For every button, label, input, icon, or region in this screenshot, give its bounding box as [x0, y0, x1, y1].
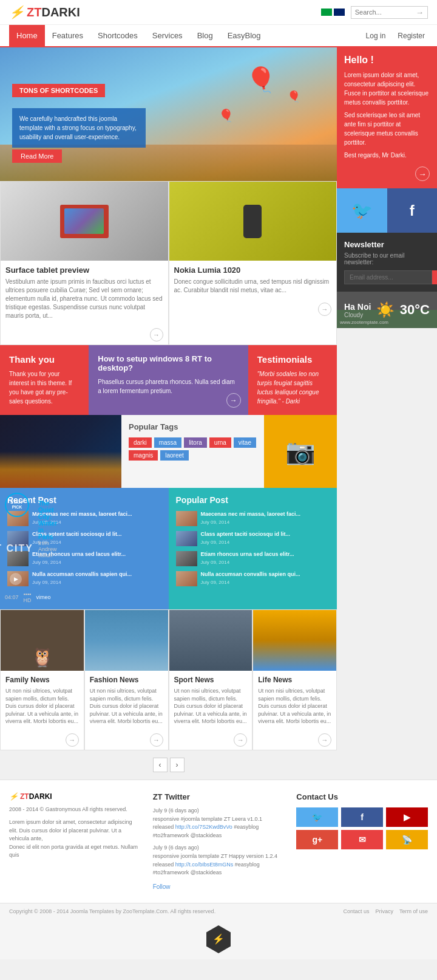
tag-darki[interactable]: darki	[129, 437, 152, 448]
nav-item-services[interactable]: Services	[145, 25, 190, 46]
nav-item-shortcodes[interactable]: Shortcodes	[90, 25, 145, 46]
hero-readmore-button[interactable]: Read More	[12, 149, 62, 163]
weather-condition: Cloudy	[344, 312, 371, 318]
windows-title: How to setup windows 8 RT to desktop?	[98, 354, 239, 372]
facebook-icon: f	[410, 202, 415, 219]
flag-brazil[interactable]	[321, 9, 332, 16]
footer-terms-link[interactable]: Term of use	[399, 908, 428, 914]
tweet-link-1[interactable]: http://t.co/7S2KwdBvVo	[175, 824, 232, 830]
post-arrow-phone[interactable]: →	[318, 303, 331, 316]
sidebar-social: 🐦 f	[337, 188, 437, 233]
contact-rss-icon: 📡	[402, 835, 412, 845]
news-card-sport: Sport News Ut non nisi ultrices, volutpa…	[169, 609, 253, 750]
news-arrow-sport[interactable]: →	[234, 733, 247, 747]
nav-item-home[interactable]: Home	[9, 25, 45, 46]
contact-gplus-button[interactable]: g+	[296, 830, 338, 849]
popular-post-body-2: Class aptent taciti sociosqu id lit... J…	[201, 531, 291, 546]
popular-post-item-3[interactable]: Etiam rhoncus urna sed lacus elitr... Ju…	[176, 551, 330, 566]
contact-youtube-button[interactable]: ▶	[386, 807, 428, 827]
logo[interactable]: ⚡ ZTDARKI	[9, 5, 80, 19]
newsletter-email-input[interactable]	[344, 270, 432, 284]
recent-post-title-4: Nulla accumsan convallis sapien qui...	[32, 571, 132, 578]
follow-link[interactable]: Follow	[153, 883, 171, 890]
contact-email-button[interactable]: ✉	[341, 830, 383, 849]
contact-twitter-icon: 🐦	[312, 812, 322, 822]
footer-privacy-link[interactable]: Privacy	[375, 908, 393, 914]
staff-pick-badge: STAFF PICK	[5, 493, 29, 517]
tags-video-section: Popular Tags darki massa litora urna vit…	[0, 415, 337, 488]
tweet-date-1: July 9 (6 days ago)	[153, 807, 285, 814]
search-button[interactable]: →	[416, 8, 424, 17]
contact-email-icon: ✉	[359, 835, 366, 845]
flag-uk[interactable]	[334, 9, 345, 16]
hexagon-logo[interactable]: ⚡	[206, 925, 231, 953]
footer-logo-section: ⚡ ZTDARKI 2008 - 2014 © Gastronymous All…	[9, 792, 141, 891]
tag-vitae[interactable]: vitae	[234, 437, 256, 448]
popular-post-body-3: Etiam rhoncus urna sed lacus elitr... Ju…	[201, 551, 294, 566]
sidebar: Hello ! Lorem ipsum dolor sit amet, cons…	[337, 47, 437, 780]
tag-litora[interactable]: litora	[184, 437, 207, 448]
box-testimonials: Testimonials "Morbi sodales leo non turp…	[248, 345, 337, 415]
hello-arrow-button[interactable]: →	[415, 166, 430, 181]
page-next-button[interactable]: ›	[170, 758, 185, 772]
play-button[interactable]: ▶	[10, 573, 22, 585]
contact-twitter-button[interactable]: 🐦	[296, 807, 338, 827]
tweet-link-2[interactable]: http://t.co/bIbsEt8mGNs	[175, 862, 234, 868]
popular-post-img-3	[176, 551, 197, 566]
colored-boxes: Thank you Thank you for your interest in…	[0, 345, 337, 415]
recent-post-item-4[interactable]: Nulla accumsan convallis sapien qui... J…	[7, 571, 161, 586]
staff-pick-text: STAFF PICK	[6, 500, 28, 509]
news-grid: 🦉 Family News Ut non nisi ultrices, volu…	[0, 609, 337, 750]
contact-rss-button[interactable]: 📡	[386, 830, 428, 849]
popular-tags: Popular Tags darki massa litora urna vit…	[121, 415, 264, 488]
post-more-tablet: →	[1, 325, 168, 344]
register-link[interactable]: Register	[395, 26, 428, 46]
post-item-phone: Nokia Lumia 1020 Donec congue sollicitud…	[169, 181, 337, 345]
news-arrow-life[interactable]: →	[318, 733, 331, 747]
post-body-tablet: Surface tablet preview Vestibulum ante i…	[1, 261, 168, 325]
box-thank: Thank you Thank you for your interest in…	[0, 345, 89, 415]
tag-urna[interactable]: urna	[209, 437, 231, 448]
search-input[interactable]	[355, 9, 416, 16]
contact-youtube-icon: ▶	[404, 812, 410, 822]
popular-post-date-4: July 09, 2014	[201, 580, 300, 585]
tweet-item-2: July 9 (6 days ago) responsive joomla te…	[153, 845, 285, 877]
hello-title: Hello !	[344, 55, 430, 66]
post-grid: Surface tablet preview Vestibulum ante i…	[0, 181, 337, 345]
windows-arrow[interactable]: →	[226, 393, 241, 408]
camera-box[interactable]: 📷	[264, 415, 337, 488]
nav-item-blog[interactable]: Blog	[190, 25, 220, 46]
footer-logo[interactable]: ⚡ ZTDARKI	[9, 792, 141, 801]
tablet-device	[60, 205, 109, 238]
main-content: 🎈 🎈 🎈 TONS OF SHORTCODES We carefully ha…	[0, 47, 437, 780]
thank-text: Thank you for your interest in this them…	[9, 369, 80, 406]
nav-item-features[interactable]: Features	[45, 25, 90, 46]
login-link[interactable]: Log in	[363, 26, 389, 46]
popular-post-item-1[interactable]: Maecenas nec mi massa, laoreet faci... J…	[176, 511, 330, 526]
sidebar-twitter-link[interactable]: 🐦	[337, 188, 387, 233]
hero-badge: TONS OF SHORTCODES	[12, 84, 105, 97]
tag-laoreet[interactable]: laoreet	[160, 450, 189, 461]
post-arrow-tablet[interactable]: →	[150, 328, 163, 341]
popular-post-item-2[interactable]: Class aptent taciti sociosqu id lit... J…	[176, 531, 330, 546]
news-more-life: →	[253, 730, 336, 750]
popular-post-item-4[interactable]: Nulla accumsan convallis sapien qui... J…	[176, 571, 330, 586]
footer-bottom: Copyright © 2008 - 2014 Joomla Templates…	[0, 903, 437, 919]
news-image-life	[253, 610, 336, 671]
contact-facebook-button[interactable]: f	[341, 807, 383, 827]
popular-tags-title: Popular Tags	[129, 422, 257, 431]
nav-item-easyblog[interactable]: EasyBlog	[220, 25, 268, 46]
video-posts-row: 🗼 STAFF PICK The Quiet City: Winter in P…	[0, 488, 337, 609]
popular-post-date-1: July 09, 2014	[201, 519, 301, 525]
footer-contact-link[interactable]: Contact us	[343, 908, 369, 914]
search-box: →	[351, 6, 428, 19]
news-arrow-family[interactable]: →	[66, 733, 79, 747]
recent-post-item-1[interactable]: Maecenas nec mi massa, laoreet faci... J…	[7, 511, 161, 526]
newsletter-submit-button[interactable]: Submit	[432, 270, 437, 284]
tag-magnis[interactable]: magnis	[129, 450, 158, 461]
page-prev-button[interactable]: ‹	[153, 758, 168, 772]
news-image-fashion	[85, 610, 168, 671]
news-arrow-fashion[interactable]: →	[150, 733, 163, 747]
sidebar-facebook-link[interactable]: f	[387, 188, 438, 233]
tag-massa[interactable]: massa	[154, 437, 181, 448]
